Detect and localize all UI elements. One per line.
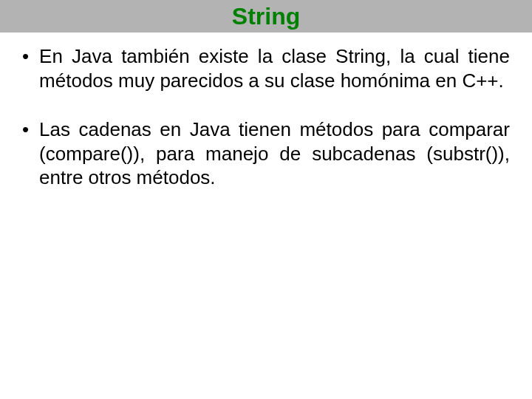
list-item: • En Java también existe la clase String…	[22, 44, 510, 92]
bullet-icon: •	[22, 117, 39, 190]
slide-body: • En Java también existe la clase String…	[0, 33, 532, 190]
bullet-icon: •	[22, 44, 39, 92]
title-bar: String	[0, 0, 532, 33]
list-item: • Las cadenas en Java tienen métodos par…	[22, 117, 510, 190]
slide-title: String	[232, 3, 300, 30]
bullet-text: Las cadenas en Java tienen métodos para …	[39, 117, 510, 190]
bullet-text: En Java también existe la clase String, …	[39, 44, 510, 92]
